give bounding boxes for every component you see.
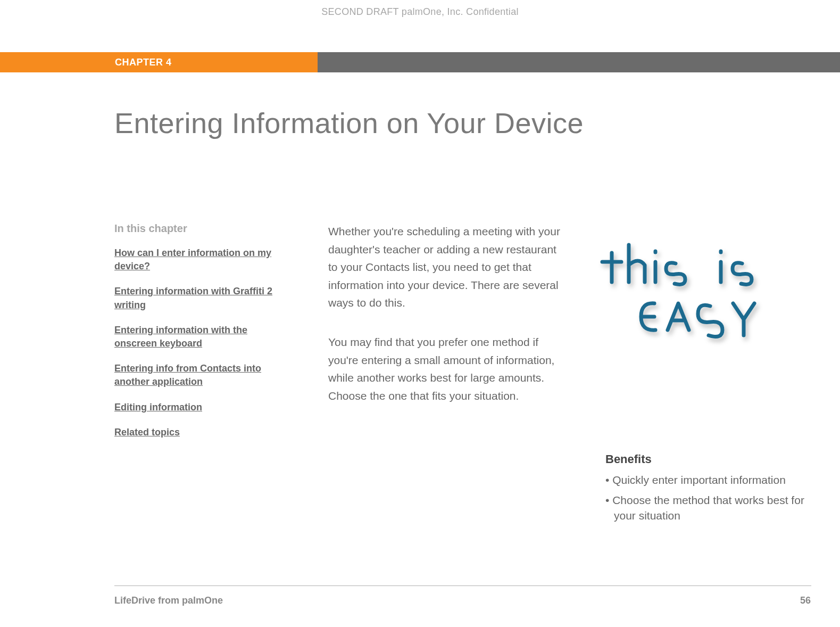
sidebar-link-contacts[interactable]: Entering info from Contacts into another… [114, 362, 279, 389]
footer-divider [114, 585, 811, 586]
page-title: Entering Information on Your Device [114, 106, 584, 139]
footer-page-number: 56 [800, 595, 811, 606]
benefits-heading: Benefits [605, 452, 824, 466]
benefits-item: • Quickly enter important information [605, 473, 824, 488]
sidebar-link-onscreen-keyboard[interactable]: Entering information with the onscreen k… [114, 324, 279, 350]
chapter-bar: CHAPTER 4 [0, 52, 840, 72]
sidebar-heading: In this chapter [114, 222, 279, 235]
chapter-label: CHAPTER 4 [115, 57, 172, 68]
sidebar-link-related[interactable]: Related topics [114, 426, 279, 439]
sidebar-link-graffiti[interactable]: Entering information with Graffiti 2 wri… [114, 285, 279, 311]
intro-paragraph-1: Whether you're scheduling a meeting with… [328, 222, 568, 312]
chapter-bar-gray [318, 52, 840, 72]
in-this-chapter-sidebar: In this chapter How can I enter informat… [114, 222, 279, 451]
sidebar-link-editing[interactable]: Editing information [114, 401, 279, 414]
footer-product-name: LifeDrive from palmOne [114, 595, 223, 606]
confidential-header: SECOND DRAFT palmOne, Inc. Confidential [0, 6, 840, 18]
this-is-easy-graphic [596, 224, 803, 351]
sidebar-link-how-enter[interactable]: How can I enter information on my device… [114, 246, 279, 273]
benefits-item: • Choose the method that works best for … [605, 493, 824, 523]
chapter-label-block: CHAPTER 4 [0, 52, 318, 72]
benefits-section: Benefits • Quickly enter important infor… [605, 452, 824, 529]
main-text-column: Whether you're scheduling a meeting with… [328, 222, 568, 426]
intro-paragraph-2: You may find that you prefer one method … [328, 333, 568, 405]
